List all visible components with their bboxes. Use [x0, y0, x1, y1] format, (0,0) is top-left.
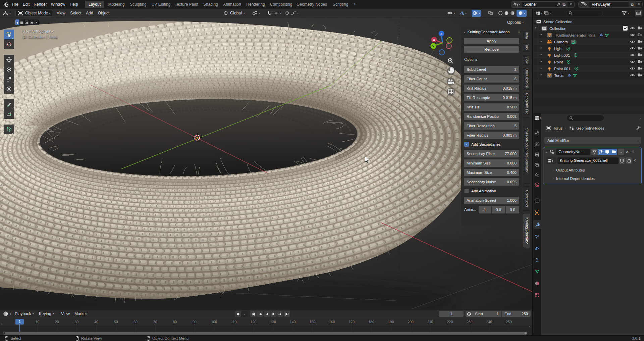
svg-text:Y: Y [432, 45, 434, 48]
svg-text:Z: Z [440, 32, 442, 36]
svg-text:X: X [433, 38, 435, 42]
